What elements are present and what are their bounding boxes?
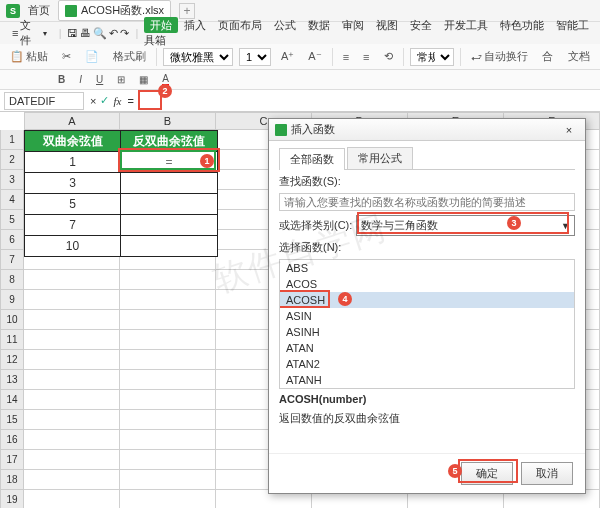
menu-7[interactable]: 安全 (404, 17, 438, 33)
menu-3[interactable]: 公式 (268, 17, 302, 33)
row-header[interactable]: 11 (0, 330, 24, 350)
row-header[interactable]: 14 (0, 390, 24, 410)
category-select[interactable]: 数学与三角函数 ▼ (356, 215, 575, 236)
cell[interactable] (24, 290, 120, 310)
row-header[interactable]: 7 (0, 250, 24, 270)
row-header[interactable]: 10 (0, 310, 24, 330)
cell[interactable] (120, 470, 216, 490)
font-select[interactable]: 微软雅黑 (163, 48, 233, 66)
row-header[interactable]: 16 (0, 430, 24, 450)
function-item[interactable]: ASINH (280, 324, 574, 340)
table-cell[interactable] (121, 215, 217, 235)
row-header[interactable]: 8 (0, 270, 24, 290)
cancel-formula-button[interactable]: × (90, 95, 96, 107)
insert-function-button[interactable]: fx (113, 95, 121, 107)
row-header[interactable]: 4 (0, 190, 24, 210)
bold-button[interactable]: B (54, 72, 69, 87)
menu-6[interactable]: 视图 (370, 17, 404, 33)
cell[interactable] (120, 350, 216, 370)
cell[interactable] (24, 310, 120, 330)
cell[interactable] (120, 310, 216, 330)
function-item[interactable]: ATANH (280, 372, 574, 388)
cell[interactable] (24, 450, 120, 470)
function-listbox[interactable]: ABSACOSACOSH4ASINASINHATANATAN2ATANH (279, 259, 575, 389)
row-header[interactable]: 6 (0, 230, 24, 250)
row-header[interactable]: 2 (0, 150, 24, 170)
menu-1[interactable]: 插入 (178, 17, 212, 33)
cell[interactable] (120, 290, 216, 310)
menu-0[interactable]: 开始 (144, 17, 178, 33)
function-item[interactable]: ATAN (280, 340, 574, 356)
docs-button[interactable]: 文档 (564, 47, 594, 66)
table-cell[interactable] (121, 194, 217, 214)
table-cell[interactable]: 10 (25, 236, 121, 256)
cut-button[interactable]: ✂ (58, 48, 75, 65)
dialog-close-button[interactable]: × (559, 124, 579, 136)
cell[interactable] (120, 390, 216, 410)
merge-button[interactable]: 合 (538, 47, 557, 66)
copy-button[interactable]: 📄 (81, 48, 103, 65)
cell[interactable] (120, 270, 216, 290)
cell[interactable] (24, 330, 120, 350)
row-header[interactable]: 15 (0, 410, 24, 430)
function-item[interactable]: ABS (280, 260, 574, 276)
cell[interactable] (120, 430, 216, 450)
decrease-font-button[interactable]: A⁻ (304, 48, 325, 65)
row-header[interactable]: 1 (0, 130, 24, 150)
row-header[interactable]: 5 (0, 210, 24, 230)
table-cell[interactable]: 1 (25, 152, 121, 172)
format-painter-button[interactable]: 格式刷 (109, 47, 150, 66)
fill-color-button[interactable]: ▦ (135, 72, 152, 87)
function-item[interactable]: ACOSH4 (280, 292, 574, 308)
row-header[interactable]: 17 (0, 450, 24, 470)
menu-8[interactable]: 开发工具 (438, 17, 494, 33)
menu-2[interactable]: 页面布局 (212, 17, 268, 33)
table-cell[interactable] (121, 173, 217, 193)
paste-button[interactable]: 📋粘贴 (6, 47, 52, 66)
menu-9[interactable]: 特色功能 (494, 17, 550, 33)
cell[interactable] (120, 330, 216, 350)
orientation-button[interactable]: ⟲ (380, 48, 397, 65)
col-header[interactable]: B (120, 112, 216, 130)
align-center-button[interactable]: ≡ (359, 49, 373, 65)
table-cell[interactable]: 3 (25, 173, 121, 193)
undo-icon[interactable]: ↶ (109, 27, 118, 40)
tab-common-formulas[interactable]: 常用公式 (347, 147, 413, 169)
number-format-select[interactable]: 常规 (410, 48, 454, 66)
menu-5[interactable]: 审阅 (336, 17, 370, 33)
function-item[interactable]: ATAN2 (280, 356, 574, 372)
function-item[interactable]: ACOS (280, 276, 574, 292)
function-item[interactable]: ASIN (280, 308, 574, 324)
accept-formula-button[interactable]: ✓ (100, 94, 109, 107)
cell[interactable] (24, 270, 120, 290)
row-header[interactable]: 13 (0, 370, 24, 390)
row-header[interactable]: 9 (0, 290, 24, 310)
search-function-input[interactable] (279, 193, 575, 211)
cell[interactable] (24, 470, 120, 490)
table-cell[interactable]: 5 (25, 194, 121, 214)
font-size-select[interactable]: 14 (239, 48, 271, 66)
cell[interactable] (24, 390, 120, 410)
cancel-button[interactable]: 取消 (521, 462, 573, 485)
row-header[interactable]: 3 (0, 170, 24, 190)
cell[interactable] (24, 430, 120, 450)
wrap-text-button[interactable]: ⮐自动换行 (467, 47, 532, 66)
row-header[interactable]: 19 (0, 490, 24, 508)
underline-button[interactable]: U (92, 72, 107, 87)
row-header[interactable]: 12 (0, 350, 24, 370)
quick-print-icon[interactable]: 🖶 (80, 27, 91, 39)
redo-icon[interactable]: ↷ (120, 27, 129, 40)
quick-save-icon[interactable]: 🖫 (67, 27, 78, 39)
quick-preview-icon[interactable]: 🔍 (93, 27, 107, 40)
table-cell[interactable] (121, 236, 217, 256)
menu-4[interactable]: 数据 (302, 17, 336, 33)
dialog-titlebar[interactable]: 插入函数 × (269, 119, 585, 141)
row-header[interactable]: 18 (0, 470, 24, 490)
table-cell[interactable]: 7 (25, 215, 121, 235)
cell[interactable] (120, 490, 216, 508)
cell[interactable] (24, 350, 120, 370)
file-menu[interactable]: ≡ 文件 ▾ (6, 16, 53, 50)
col-header[interactable]: A (24, 112, 120, 130)
cell[interactable] (24, 410, 120, 430)
cell[interactable] (120, 410, 216, 430)
